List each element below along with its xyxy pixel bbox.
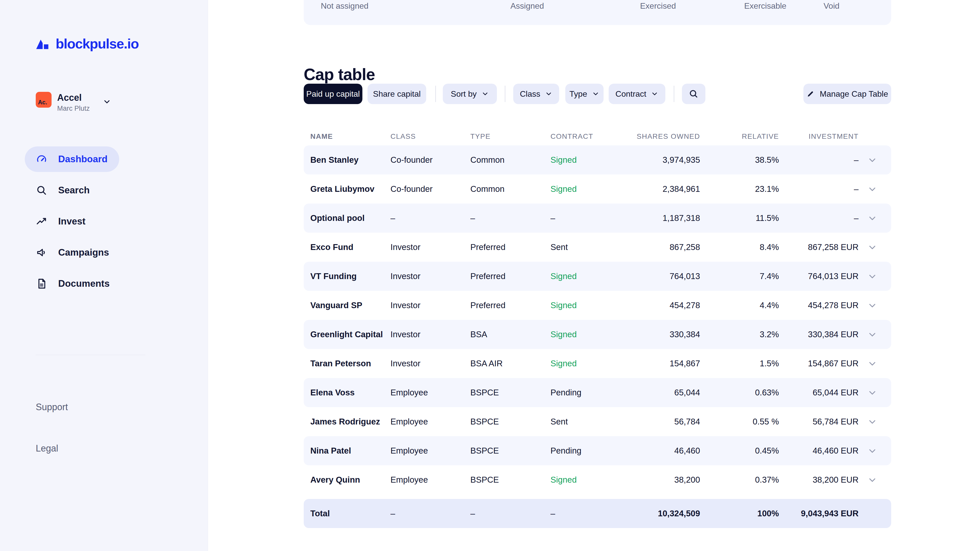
table-row[interactable]: Elena Voss Employee BSPCE Pending 65,044… [304, 378, 891, 407]
table-row[interactable]: Optional pool – – – 1,187,318 11.5% – [304, 203, 891, 233]
col-header-class: CLASS [390, 130, 416, 142]
summary-col-not-assigned: Not assigned [321, 0, 369, 12]
app-logo-text: blockpulse.io [56, 36, 139, 52]
chevron-down-icon[interactable] [867, 417, 877, 427]
contract-status: Sent [550, 407, 627, 436]
sidebar-item-dashboard[interactable]: Dashboard [25, 146, 119, 172]
col-header-name: NAME [310, 130, 388, 142]
chevron-down-icon[interactable] [867, 184, 877, 194]
chevron-down-icon[interactable] [867, 242, 877, 252]
table-row[interactable]: James Rodriguez Employee BSPCE Sent 56,7… [304, 407, 891, 436]
table-row[interactable]: Greta Liubymov Co-founder Common Signed … [304, 175, 891, 203]
manage-cap-table-button[interactable]: Manage Cap Table [803, 84, 891, 104]
share-type: BSPCE [470, 465, 547, 494]
table-row[interactable]: VT Funding Investor Preferred Signed 764… [304, 262, 891, 291]
tab-paid-up-capital[interactable]: Paid up capital [304, 84, 363, 104]
share-type: Common [470, 145, 547, 175]
contract-filter-dropdown[interactable]: Contract [609, 84, 665, 104]
table-row[interactable]: Nina Patel Employee BSPCE Pending 46,460… [304, 436, 891, 465]
company-selector[interactable]: Ac. Accel Marc Plutz [36, 92, 111, 113]
sidebar-item-support[interactable]: Support [36, 402, 68, 413]
shareholder-name: Taran Peterson [310, 349, 388, 378]
chevron-down-icon [103, 97, 111, 106]
relative-percent: 8.4% [702, 233, 779, 262]
investment-amount: 454,278 EUR [782, 291, 859, 320]
share-type: Preferred [470, 262, 547, 291]
share-type: BSA AIR [470, 349, 547, 378]
contract-status: Signed [550, 349, 627, 378]
chevron-down-icon[interactable] [867, 446, 877, 456]
sidebar-item-search[interactable]: Search [25, 178, 119, 203]
shareholder-class: Employee [390, 407, 466, 436]
chevron-down-icon[interactable] [867, 272, 877, 282]
shareholder-class: Employee [390, 436, 466, 465]
sort-by-dropdown[interactable]: Sort by [443, 84, 497, 104]
table-row[interactable]: Vanguard SP Investor Preferred Signed 45… [304, 291, 891, 320]
relative-percent: 38.5% [702, 145, 779, 175]
sidebar-item-label: Search [58, 185, 89, 196]
chevron-down-icon[interactable] [867, 155, 877, 165]
chevron-down-icon [651, 90, 659, 98]
shares-owned: 867,258 [624, 233, 700, 262]
relative-percent: 11.5% [702, 203, 779, 233]
relative-percent: 0.45% [702, 436, 779, 465]
shareholder-name: Ben Stanley [310, 145, 388, 175]
summary-col-exercised: Exercised [640, 0, 676, 12]
shareholder-name: Exco Fund [310, 233, 388, 262]
contract-status: Signed [550, 465, 627, 494]
share-type: BSA [470, 320, 547, 349]
table-row[interactable]: Taran Peterson Investor BSA AIR Signed 1… [304, 349, 891, 378]
investment-amount: 154,867 EUR [782, 349, 859, 378]
shareholder-name: Vanguard SP [310, 291, 388, 320]
shareholder-name: Avery Quinn [310, 465, 388, 494]
shareholder-name: Nina Patel [310, 436, 388, 465]
total-relative: 100% [702, 499, 779, 528]
table-row[interactable]: Greenlight Capital Investor BSA Signed 3… [304, 320, 891, 349]
sidebar-item-campaigns[interactable]: Campaigns [25, 240, 119, 265]
search-icon [689, 89, 699, 99]
table-row[interactable]: Ben Stanley Co-founder Common Signed 3,9… [304, 145, 891, 175]
chevron-down-icon[interactable] [867, 475, 877, 485]
total-investment: 9,043,943 EUR [782, 499, 859, 528]
sidebar-item-documents[interactable]: Documents [25, 271, 119, 297]
chevron-down-icon[interactable] [867, 330, 877, 340]
table-header: NAME CLASS TYPE CONTRACT SHARES OWNED RE… [304, 130, 891, 142]
summary-card: Not assigned Assigned Exercised Exercisa… [304, 0, 891, 25]
shares-owned: 65,044 [624, 378, 700, 407]
sidebar-divider [36, 355, 145, 355]
contract-status: Pending [550, 436, 627, 465]
sidebar-item-legal[interactable]: Legal [36, 443, 58, 454]
blockpulse-logo-icon [36, 38, 52, 50]
company-user: Marc Plutz [57, 105, 90, 113]
contract-status: Sent [550, 233, 627, 262]
total-shares-owned: 10,324,509 [624, 499, 700, 528]
chevron-down-icon[interactable] [867, 359, 877, 369]
chevron-down-icon[interactable] [867, 388, 877, 398]
contract-status: Signed [550, 320, 627, 349]
contract-status: Signed [550, 262, 627, 291]
chevron-down-icon[interactable] [867, 213, 877, 224]
table-row[interactable]: Exco Fund Investor Preferred Sent 867,25… [304, 233, 891, 262]
shareholder-class: Investor [390, 233, 466, 262]
relative-percent: 4.4% [702, 291, 779, 320]
company-name: Accel [57, 92, 90, 103]
sidebar-item-label: Invest [58, 216, 86, 227]
chevron-down-icon[interactable] [867, 300, 877, 311]
type-filter-dropdown[interactable]: Type [565, 84, 604, 104]
tab-share-capital[interactable]: Share capital [368, 84, 426, 104]
shares-owned: 154,867 [624, 349, 700, 378]
investment-amount: 38,200 EUR [782, 465, 859, 494]
shareholder-class: Employee [390, 378, 466, 407]
search-button[interactable] [682, 84, 705, 104]
app-logo[interactable]: blockpulse.io [36, 36, 139, 52]
shares-owned: 454,278 [624, 291, 700, 320]
relative-percent: 0.63% [702, 378, 779, 407]
shareholder-class: Investor [390, 320, 466, 349]
share-type: BSPCE [470, 436, 547, 465]
sidebar-item-invest[interactable]: Invest [25, 209, 119, 234]
shareholder-name: Elena Voss [310, 378, 388, 407]
class-filter-dropdown[interactable]: Class [513, 84, 559, 104]
investment-amount: 46,460 EUR [782, 436, 859, 465]
shares-owned: 764,013 [624, 262, 700, 291]
table-row[interactable]: Avery Quinn Employee BSPCE Signed 38,200… [304, 465, 891, 494]
